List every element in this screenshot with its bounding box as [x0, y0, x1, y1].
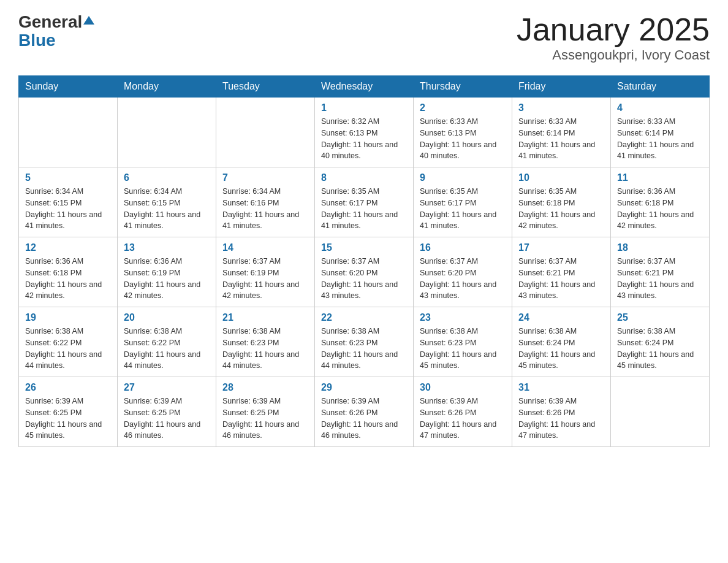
day-number: 17: [518, 242, 604, 253]
day-number: 1: [321, 102, 407, 113]
calendar-day-header: Sunday: [19, 76, 118, 98]
day-number: 19: [25, 312, 111, 323]
calendar-cell: 8Sunrise: 6:35 AM Sunset: 6:17 PM Daylig…: [315, 167, 414, 237]
day-number: 13: [124, 242, 210, 253]
calendar-cell: [19, 98, 118, 167]
day-info: Sunrise: 6:34 AM Sunset: 6:16 PM Dayligh…: [222, 186, 308, 232]
day-info: Sunrise: 6:33 AM Sunset: 6:14 PM Dayligh…: [617, 116, 703, 162]
calendar-cell: [611, 377, 710, 447]
day-number: 12: [25, 242, 111, 253]
calendar-cell: 17Sunrise: 6:37 AM Sunset: 6:21 PM Dayli…: [512, 237, 611, 307]
day-number: 18: [617, 242, 703, 253]
logo-triangle-icon: [83, 15, 94, 26]
calendar-cell: 18Sunrise: 6:37 AM Sunset: 6:21 PM Dayli…: [611, 237, 710, 307]
calendar-cell: 3Sunrise: 6:33 AM Sunset: 6:14 PM Daylig…: [512, 98, 611, 167]
day-info: Sunrise: 6:39 AM Sunset: 6:26 PM Dayligh…: [518, 396, 604, 442]
day-info: Sunrise: 6:36 AM Sunset: 6:18 PM Dayligh…: [617, 186, 703, 232]
calendar-cell: 26Sunrise: 6:39 AM Sunset: 6:25 PM Dayli…: [19, 377, 118, 447]
day-number: 11: [617, 172, 703, 183]
day-info: Sunrise: 6:37 AM Sunset: 6:20 PM Dayligh…: [321, 256, 407, 302]
calendar-cell: 21Sunrise: 6:38 AM Sunset: 6:23 PM Dayli…: [216, 307, 315, 377]
calendar-cell: 11Sunrise: 6:36 AM Sunset: 6:18 PM Dayli…: [611, 167, 710, 237]
calendar-cell: 16Sunrise: 6:37 AM Sunset: 6:20 PM Dayli…: [414, 237, 512, 307]
calendar-week-row: 26Sunrise: 6:39 AM Sunset: 6:25 PM Dayli…: [19, 377, 710, 447]
day-number: 28: [222, 382, 308, 393]
calendar-day-header: Tuesday: [216, 76, 315, 98]
calendar-cell: 24Sunrise: 6:38 AM Sunset: 6:24 PM Dayli…: [512, 307, 611, 377]
calendar-day-header: Monday: [118, 76, 216, 98]
day-number: 14: [222, 242, 308, 253]
day-number: 4: [617, 102, 703, 113]
day-info: Sunrise: 6:39 AM Sunset: 6:25 PM Dayligh…: [124, 396, 210, 442]
calendar-cell: [216, 98, 315, 167]
day-number: 20: [124, 312, 210, 323]
calendar-cell: 10Sunrise: 6:35 AM Sunset: 6:18 PM Dayli…: [512, 167, 611, 237]
calendar-cell: 30Sunrise: 6:39 AM Sunset: 6:26 PM Dayli…: [414, 377, 512, 447]
calendar-week-row: 5Sunrise: 6:34 AM Sunset: 6:15 PM Daylig…: [19, 167, 710, 237]
day-info: Sunrise: 6:36 AM Sunset: 6:18 PM Dayligh…: [25, 256, 111, 302]
day-number: 15: [321, 242, 407, 253]
calendar-day-header: Saturday: [611, 76, 710, 98]
calendar-header-row: SundayMondayTuesdayWednesdayThursdayFrid…: [19, 76, 710, 98]
day-info: Sunrise: 6:33 AM Sunset: 6:14 PM Dayligh…: [518, 116, 604, 162]
calendar-cell: 23Sunrise: 6:38 AM Sunset: 6:23 PM Dayli…: [414, 307, 512, 377]
day-info: Sunrise: 6:38 AM Sunset: 6:22 PM Dayligh…: [25, 326, 111, 372]
day-info: Sunrise: 6:35 AM Sunset: 6:17 PM Dayligh…: [420, 186, 506, 232]
day-number: 7: [222, 172, 308, 183]
calendar-cell: 5Sunrise: 6:34 AM Sunset: 6:15 PM Daylig…: [19, 167, 118, 237]
calendar-cell: 6Sunrise: 6:34 AM Sunset: 6:15 PM Daylig…: [118, 167, 216, 237]
calendar-cell: 29Sunrise: 6:39 AM Sunset: 6:26 PM Dayli…: [315, 377, 414, 447]
day-number: 30: [420, 382, 506, 393]
day-info: Sunrise: 6:37 AM Sunset: 6:21 PM Dayligh…: [518, 256, 604, 302]
day-info: Sunrise: 6:37 AM Sunset: 6:20 PM Dayligh…: [420, 256, 506, 302]
day-number: 25: [617, 312, 703, 323]
day-number: 10: [518, 172, 604, 183]
day-info: Sunrise: 6:39 AM Sunset: 6:26 PM Dayligh…: [420, 396, 506, 442]
day-number: 24: [518, 312, 604, 323]
calendar-cell: 28Sunrise: 6:39 AM Sunset: 6:25 PM Dayli…: [216, 377, 315, 447]
calendar-cell: 7Sunrise: 6:34 AM Sunset: 6:16 PM Daylig…: [216, 167, 315, 237]
calendar-cell: 13Sunrise: 6:36 AM Sunset: 6:19 PM Dayli…: [118, 237, 216, 307]
day-info: Sunrise: 6:38 AM Sunset: 6:23 PM Dayligh…: [222, 326, 308, 372]
day-info: Sunrise: 6:38 AM Sunset: 6:24 PM Dayligh…: [518, 326, 604, 372]
calendar-table: SundayMondayTuesdayWednesdayThursdayFrid…: [18, 75, 710, 447]
calendar-cell: 14Sunrise: 6:37 AM Sunset: 6:19 PM Dayli…: [216, 237, 315, 307]
day-number: 23: [420, 312, 506, 323]
logo-general-text: General: [18, 12, 82, 32]
calendar-cell: 1Sunrise: 6:32 AM Sunset: 6:13 PM Daylig…: [315, 98, 414, 167]
calendar-week-row: 19Sunrise: 6:38 AM Sunset: 6:22 PM Dayli…: [19, 307, 710, 377]
calendar-location: Assengoukpri, Ivory Coast: [517, 47, 710, 63]
day-number: 2: [420, 102, 506, 113]
day-number: 26: [25, 382, 111, 393]
svg-marker-0: [83, 16, 94, 25]
day-info: Sunrise: 6:37 AM Sunset: 6:21 PM Dayligh…: [617, 256, 703, 302]
calendar-day-header: Thursday: [414, 76, 512, 98]
calendar-cell: 31Sunrise: 6:39 AM Sunset: 6:26 PM Dayli…: [512, 377, 611, 447]
day-info: Sunrise: 6:35 AM Sunset: 6:17 PM Dayligh…: [321, 186, 407, 232]
day-info: Sunrise: 6:35 AM Sunset: 6:18 PM Dayligh…: [518, 186, 604, 232]
calendar-week-row: 1Sunrise: 6:32 AM Sunset: 6:13 PM Daylig…: [19, 98, 710, 167]
day-number: 21: [222, 312, 308, 323]
day-info: Sunrise: 6:38 AM Sunset: 6:23 PM Dayligh…: [321, 326, 407, 372]
day-info: Sunrise: 6:34 AM Sunset: 6:15 PM Dayligh…: [25, 186, 111, 232]
day-info: Sunrise: 6:38 AM Sunset: 6:22 PM Dayligh…: [124, 326, 210, 372]
day-number: 16: [420, 242, 506, 253]
day-info: Sunrise: 6:38 AM Sunset: 6:24 PM Dayligh…: [617, 326, 703, 372]
logo-blue-text: Blue: [18, 32, 56, 49]
title-block: January 2025 Assengoukpri, Ivory Coast: [517, 12, 710, 63]
day-number: 22: [321, 312, 407, 323]
day-info: Sunrise: 6:39 AM Sunset: 6:26 PM Dayligh…: [321, 396, 407, 442]
calendar-week-row: 12Sunrise: 6:36 AM Sunset: 6:18 PM Dayli…: [19, 237, 710, 307]
calendar-cell: 22Sunrise: 6:38 AM Sunset: 6:23 PM Dayli…: [315, 307, 414, 377]
day-number: 29: [321, 382, 407, 393]
day-info: Sunrise: 6:39 AM Sunset: 6:25 PM Dayligh…: [25, 396, 111, 442]
calendar-cell: 15Sunrise: 6:37 AM Sunset: 6:20 PM Dayli…: [315, 237, 414, 307]
calendar-cell: 12Sunrise: 6:36 AM Sunset: 6:18 PM Dayli…: [19, 237, 118, 307]
calendar-day-header: Friday: [512, 76, 611, 98]
day-number: 9: [420, 172, 506, 183]
day-info: Sunrise: 6:33 AM Sunset: 6:13 PM Dayligh…: [420, 116, 506, 162]
day-info: Sunrise: 6:38 AM Sunset: 6:23 PM Dayligh…: [420, 326, 506, 372]
page-header: General Blue January 2025 Assengoukpri, …: [18, 12, 710, 63]
day-number: 8: [321, 172, 407, 183]
day-number: 6: [124, 172, 210, 183]
